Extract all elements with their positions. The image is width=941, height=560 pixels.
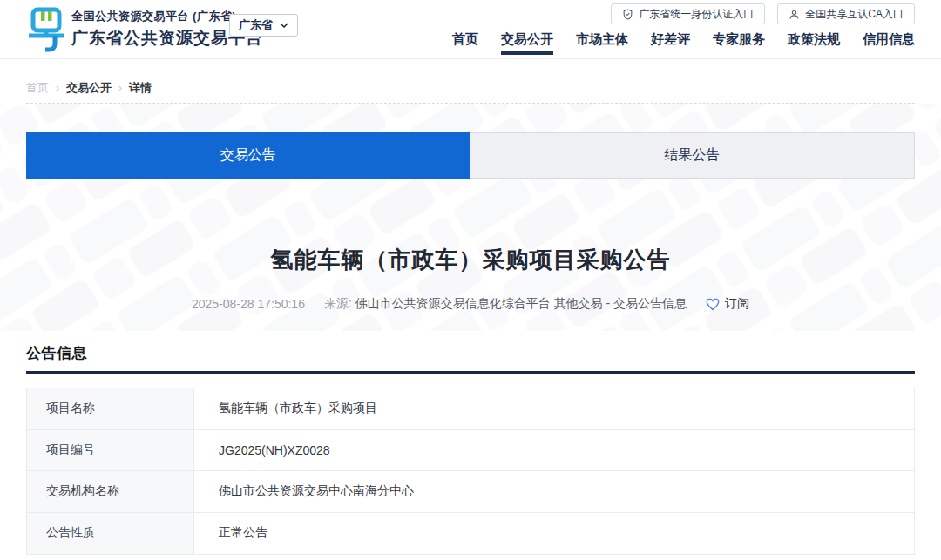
person-icon bbox=[789, 9, 800, 20]
announcement-section-header: 公告信息 bbox=[26, 343, 915, 374]
section-title: 公告信息 bbox=[26, 345, 87, 361]
row-value: 正常公告 bbox=[194, 513, 914, 555]
nav-item-market-entities[interactable]: 市场主体 bbox=[576, 31, 628, 55]
subscribe-label: 订阅 bbox=[725, 296, 749, 312]
table-row-project-number: 项目编号 JG2025(NH)XZ0028 bbox=[27, 430, 914, 472]
nav-item-expert-services[interactable]: 专家服务 bbox=[713, 31, 765, 55]
breadcrumb-separator-icon: › bbox=[56, 82, 59, 94]
breadcrumb-separator-icon: › bbox=[118, 82, 122, 94]
region-selector[interactable]: 广东省 bbox=[229, 14, 298, 37]
ca-entry-button[interactable]: 全国共享互认CA入口 bbox=[777, 3, 915, 24]
article-meta: 2025-08-28 17:50:16 来源: 佛山市公共资源交易信息化综合平台… bbox=[0, 296, 941, 312]
tab-trade-announcement[interactable]: 交易公告 bbox=[26, 132, 470, 179]
breadcrumb-home[interactable]: 首页 bbox=[26, 80, 49, 96]
nav-item-trade-disclosure[interactable]: 交易公开 bbox=[501, 31, 553, 55]
row-label: 公告性质 bbox=[27, 513, 194, 555]
entry-links: 广东省统一身份认证入口 全国共享互认CA入口 bbox=[611, 3, 915, 24]
table-row-trading-agency: 交易机构名称 佛山市公共资源交易中心南海分中心 bbox=[27, 471, 914, 513]
row-value: JG2025(NH)XZ0028 bbox=[194, 430, 914, 471]
row-label: 项目编号 bbox=[27, 430, 194, 471]
table-row-announcement-nature: 公告性质 正常公告 bbox=[27, 513, 914, 555]
region-selector-value: 广东省 bbox=[239, 17, 273, 33]
site-logo[interactable] bbox=[26, 6, 66, 53]
shield-check-icon bbox=[622, 9, 633, 20]
row-value: 佛山市公共资源交易中心南海分中心 bbox=[194, 471, 914, 512]
heart-icon bbox=[706, 298, 720, 311]
main-nav: 首页 交易公开 市场主体 好差评 专家服务 政策法规 信用信息 bbox=[452, 31, 915, 55]
announcement-tabs: 交易公告 结果公告 bbox=[26, 132, 915, 179]
publish-time: 2025-08-28 17:50:16 bbox=[192, 297, 305, 311]
tab-result-announcement[interactable]: 结果公告 bbox=[470, 132, 916, 179]
breadcrumb-trade-disclosure[interactable]: 交易公开 bbox=[66, 80, 112, 96]
article-title: 氢能车辆（市政车）采购项目采购公告 bbox=[0, 245, 941, 275]
article-source: 来源: 佛山市公共资源交易信息化综合平台 其他交易 - 交易公告信息 bbox=[324, 296, 687, 312]
announcement-info-table: 项目名称 氢能车辆（市政车）采购项目 项目编号 JG2025(NH)XZ0028… bbox=[26, 388, 915, 555]
breadcrumb-current: 详情 bbox=[129, 80, 152, 96]
page: 全国公共资源交易平台 (广东省) 广东省公共资源交易平台 广东省 广东省统一身份… bbox=[0, 0, 941, 560]
row-label: 项目名称 bbox=[27, 388, 194, 429]
site-header: 全国公共资源交易平台 (广东省) 广东省公共资源交易平台 广东省 广东省统一身份… bbox=[0, 0, 941, 59]
ca-entry-label: 全国共享互认CA入口 bbox=[805, 7, 904, 22]
subscribe-button[interactable]: 订阅 bbox=[706, 296, 749, 312]
breadcrumb-divider bbox=[26, 103, 915, 104]
nav-item-policies[interactable]: 政策法规 bbox=[788, 31, 840, 55]
chevron-down-icon bbox=[280, 23, 288, 28]
identity-auth-entry-button[interactable]: 广东省统一身份认证入口 bbox=[611, 3, 765, 24]
row-value: 氢能车辆（市政车）采购项目 bbox=[194, 388, 914, 429]
source-value: 佛山市公共资源交易信息化综合平台 其他交易 - 交易公告信息 bbox=[355, 296, 687, 310]
nav-item-credit-info[interactable]: 信用信息 bbox=[863, 31, 915, 55]
nav-item-reviews[interactable]: 好差评 bbox=[651, 31, 690, 55]
row-label: 交易机构名称 bbox=[27, 471, 194, 512]
breadcrumb: 首页 › 交易公开 › 详情 bbox=[26, 80, 152, 96]
table-row-project-name: 项目名称 氢能车辆（市政车）采购项目 bbox=[27, 388, 914, 430]
nav-item-home[interactable]: 首页 bbox=[452, 31, 478, 55]
identity-auth-entry-label: 广东省统一身份认证入口 bbox=[639, 7, 754, 22]
source-label: 来源: bbox=[324, 296, 352, 310]
